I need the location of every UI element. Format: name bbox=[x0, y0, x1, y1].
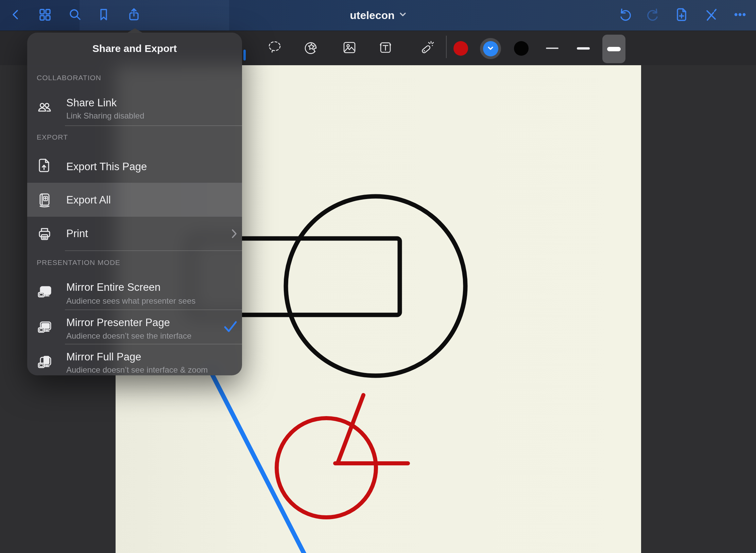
lasso-tool-button[interactable] bbox=[265, 39, 284, 58]
popover-arrow bbox=[127, 28, 143, 33]
color-swatch-red[interactable] bbox=[453, 41, 468, 56]
menu-item-mirror-presenter-page[interactable]: Mirror Presenter Page bbox=[66, 316, 170, 329]
thumbnails-button[interactable] bbox=[37, 7, 53, 23]
insert-image-tool-button[interactable] bbox=[340, 39, 359, 58]
menu-divider bbox=[65, 125, 242, 126]
back-chevron-icon bbox=[9, 8, 22, 23]
bookmark-button[interactable] bbox=[96, 7, 111, 23]
mirror-presenter-page-icon bbox=[36, 319, 53, 336]
shapes-sticker-icon bbox=[303, 39, 320, 58]
lasso-icon bbox=[266, 39, 284, 58]
mirror-full-page-description: Audience doesn’t see interface & zoom bbox=[66, 365, 208, 375]
redo-button[interactable] bbox=[646, 7, 661, 23]
export-all-book-icon bbox=[36, 192, 53, 208]
back-button[interactable] bbox=[8, 7, 23, 23]
menu-item-mirror-full-page[interactable]: Mirror Full Page bbox=[66, 351, 141, 363]
mirror-entire-screen-icon bbox=[36, 284, 53, 300]
hidden-pen-tool-peek[interactable] bbox=[243, 50, 246, 60]
image-icon bbox=[341, 39, 358, 58]
chevron-down-icon bbox=[399, 12, 406, 18]
menu-item-export-this-page[interactable]: Export This Page bbox=[66, 160, 147, 173]
grid-icon bbox=[37, 7, 52, 23]
ellipsis-icon bbox=[733, 7, 748, 23]
text-icon bbox=[377, 39, 394, 58]
text-tool-button[interactable] bbox=[376, 39, 395, 58]
thickness-medium-button[interactable] bbox=[574, 39, 593, 58]
red-circle-shape bbox=[277, 418, 376, 517]
black-circle-shape bbox=[286, 196, 465, 376]
section-header-export: EXPORT bbox=[37, 133, 68, 141]
pen-slash-icon bbox=[703, 7, 718, 23]
add-page-icon bbox=[674, 7, 689, 23]
menu-divider bbox=[65, 309, 242, 310]
redo-icon bbox=[646, 7, 661, 23]
add-page-button[interactable] bbox=[674, 7, 690, 23]
stop-editing-button[interactable] bbox=[703, 7, 719, 23]
document-title-button[interactable]: utelecon bbox=[344, 0, 412, 31]
search-icon bbox=[67, 7, 82, 23]
printer-icon bbox=[36, 226, 53, 242]
mirror-full-page-icon bbox=[36, 355, 53, 371]
section-header-collaboration: COLLABORATION bbox=[37, 74, 101, 82]
popover-title: Share and Export bbox=[27, 43, 242, 54]
shapes-tool-button[interactable] bbox=[302, 39, 321, 58]
more-button[interactable] bbox=[732, 7, 748, 23]
mirror-entire-screen-description: Audience sees what presenter sees bbox=[66, 296, 195, 306]
menu-divider bbox=[65, 250, 242, 251]
share-button[interactable] bbox=[126, 7, 142, 23]
selected-row-highlight bbox=[27, 183, 242, 217]
share-export-popover: Share and Export COLLABORATION Share Lin… bbox=[27, 33, 242, 375]
share-link-status: Link Sharing disabled bbox=[66, 111, 144, 121]
blue-line-shape bbox=[210, 370, 306, 553]
menu-item-export-all[interactable]: Export All bbox=[66, 194, 111, 206]
menu-divider bbox=[65, 344, 242, 344]
undo-button[interactable] bbox=[617, 7, 633, 23]
red-angle-shape bbox=[335, 395, 408, 463]
mirror-presenter-page-description: Audience doesn’t see the interface bbox=[66, 331, 191, 341]
thickness-thin-button[interactable] bbox=[543, 39, 562, 58]
laser-pointer-tool-button[interactable] bbox=[417, 39, 436, 58]
top-navigation-bar: utelecon bbox=[0, 0, 756, 31]
menu-item-mirror-entire-screen[interactable]: Mirror Entire Screen bbox=[66, 281, 160, 293]
laser-pointer-icon bbox=[417, 39, 435, 58]
color-swatch-blue-selected[interactable] bbox=[480, 38, 501, 59]
document-title: utelecon bbox=[350, 9, 395, 22]
share-icon bbox=[126, 7, 141, 23]
toolbar-divider bbox=[446, 36, 447, 58]
section-header-presentation-mode: PRESENTATION MODE bbox=[37, 258, 120, 267]
chevron-right-icon bbox=[231, 229, 237, 240]
bookmark-icon bbox=[96, 7, 111, 23]
undo-icon bbox=[617, 7, 632, 23]
menu-item-share-link[interactable]: Share Link bbox=[66, 96, 117, 109]
checkmark-icon bbox=[224, 321, 237, 334]
menu-item-print[interactable]: Print bbox=[66, 227, 88, 240]
thickness-thick-button-selected[interactable] bbox=[602, 35, 625, 63]
color-swatch-blue bbox=[483, 41, 498, 56]
export-page-icon bbox=[36, 157, 53, 174]
search-button[interactable] bbox=[67, 7, 83, 23]
chevron-down-icon bbox=[487, 46, 494, 52]
color-swatch-black[interactable] bbox=[514, 41, 529, 56]
share-link-people-icon bbox=[36, 100, 53, 116]
